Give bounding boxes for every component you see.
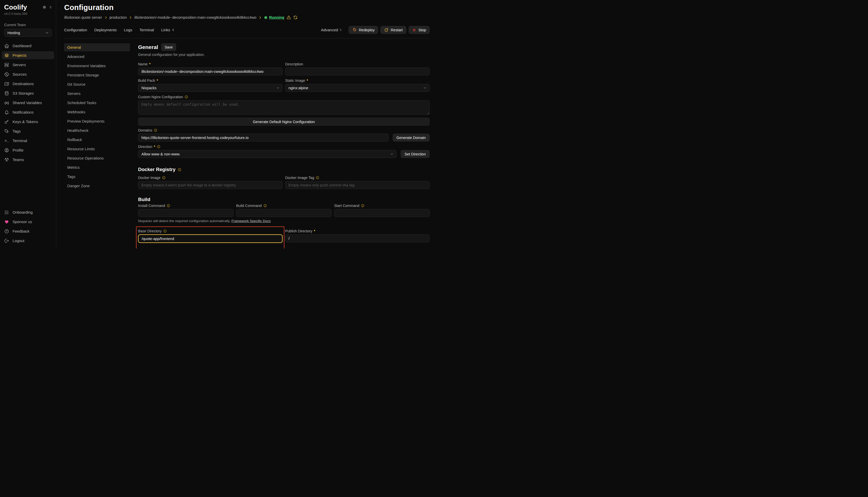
sidebar-item-label: Teams xyxy=(13,157,24,162)
domains-input[interactable] xyxy=(138,133,389,142)
status-badge[interactable]: Running xyxy=(269,15,284,19)
sidebar-item-feedback[interactable]: Feedback xyxy=(2,227,54,235)
subnav-persistent-storage[interactable]: Persistent Storage xyxy=(64,71,130,79)
static-image-label: Static Image* xyxy=(285,79,430,83)
custom-nginx-textarea[interactable] xyxy=(138,100,430,115)
info-icon[interactable] xyxy=(167,204,170,208)
subnav-webhooks[interactable]: Webhooks xyxy=(64,108,130,116)
breadcrumb-resource[interactable]: illicitestonion/-module--decomposition:m… xyxy=(134,15,257,19)
nixpacks-note: Nixpacks will detect the required config… xyxy=(138,219,430,223)
sidebar-item-shared-variables[interactable]: (x) Shared Variables xyxy=(2,99,54,107)
git-source-icon xyxy=(4,72,9,77)
subnav-advanced[interactable]: Advanced xyxy=(64,53,130,60)
sidebar-item-tags[interactable]: Tags xyxy=(2,127,54,135)
users-group-icon xyxy=(4,157,9,162)
tab-logs[interactable]: Logs xyxy=(124,28,133,32)
docker-image-tag-input[interactable] xyxy=(285,181,430,189)
tab-bar: Configuration Deployments Logs Terminal … xyxy=(56,20,434,34)
info-icon[interactable] xyxy=(184,95,188,99)
sidebar-item-projects[interactable]: Projects xyxy=(2,51,54,59)
direction-select[interactable]: Allow www & non-www. xyxy=(138,150,397,158)
framework-docs-link[interactable]: Framework Specific Docs xyxy=(232,219,271,223)
tab-deployments[interactable]: Deployments xyxy=(94,28,117,32)
sidebar-item-servers[interactable]: Servers xyxy=(2,61,54,69)
sidebar-item-sponsor[interactable]: Sponsor us xyxy=(2,218,54,226)
database-icon xyxy=(4,91,9,96)
sidebar-item-profile[interactable]: Profile xyxy=(2,146,54,154)
subnav-metrics[interactable]: Metrics xyxy=(64,164,130,171)
chevron-down-icon xyxy=(276,86,280,90)
general-form: General Save General configuration for y… xyxy=(138,43,430,248)
docker-image-input[interactable] xyxy=(138,181,283,189)
breadcrumb-project[interactable]: illicitonion quote server xyxy=(64,15,102,19)
theme-selector-icon[interactable] xyxy=(49,5,52,9)
build-command-label: Build Command xyxy=(236,204,332,208)
heart-icon xyxy=(4,219,9,224)
sidebar-item-dashboard[interactable]: Dashboard xyxy=(2,42,54,50)
sidebar-item-logout[interactable]: Logout xyxy=(2,237,54,245)
sidebar-item-teams[interactable]: Teams xyxy=(2,156,54,164)
base-directory-input[interactable] xyxy=(138,235,283,243)
redeploy-button[interactable]: Redeploy xyxy=(348,26,378,34)
subnav-preview-deployments[interactable]: Preview Deployments xyxy=(64,117,130,125)
subnav-resource-limits[interactable]: Resource Limits xyxy=(64,145,130,153)
restart-button[interactable]: Restart xyxy=(380,26,406,34)
main-area: Configuration illicitonion quote server … xyxy=(56,0,434,248)
sidebar-item-keys-tokens[interactable]: Keys & Tokens xyxy=(2,118,54,126)
info-icon[interactable] xyxy=(361,204,364,208)
info-icon[interactable] xyxy=(163,229,167,233)
subnav-tags[interactable]: Tags xyxy=(64,173,130,181)
info-icon[interactable] xyxy=(162,176,166,180)
info-icon[interactable] xyxy=(263,204,267,208)
start-command-input[interactable] xyxy=(334,209,430,217)
description-input[interactable] xyxy=(285,68,430,75)
set-direction-button[interactable]: Set Direction xyxy=(401,150,430,158)
sidebar-item-destinations[interactable]: Destinations xyxy=(2,80,54,88)
subnav-healthcheck[interactable]: Healthcheck xyxy=(64,126,130,134)
save-button[interactable]: Save xyxy=(161,43,176,51)
subnav-environment-variables[interactable]: Environment Variables xyxy=(64,62,130,70)
subnav-git-source[interactable]: Git Source xyxy=(64,80,130,88)
info-icon[interactable] xyxy=(178,168,181,172)
publish-directory-input[interactable] xyxy=(285,235,430,242)
tab-terminal[interactable]: Terminal xyxy=(139,28,154,32)
info-icon[interactable] xyxy=(316,176,319,180)
build-command-input[interactable] xyxy=(236,209,332,217)
terminal-icon: >_ xyxy=(4,138,9,143)
theme-sun-icon[interactable] xyxy=(42,5,47,10)
tab-configuration[interactable]: Configuration xyxy=(64,28,87,32)
team-select-value: Hosting xyxy=(8,31,20,35)
chevron-down-icon xyxy=(423,86,427,90)
tab-links[interactable]: Links xyxy=(161,28,175,32)
subnav-danger-zone[interactable]: Danger Zone xyxy=(64,182,130,190)
install-command-label: Install Command xyxy=(138,204,234,208)
stop-button[interactable]: Stop xyxy=(409,26,430,34)
build-pack-select[interactable]: Nixpacks xyxy=(138,84,283,92)
subnav-rollback[interactable]: Rollback xyxy=(64,136,130,144)
subnav-general[interactable]: General xyxy=(64,43,130,51)
team-select[interactable]: Hosting xyxy=(4,29,52,37)
sidebar-item-onboarding[interactable]: Onboarding xyxy=(2,208,54,216)
build-pack-label: Build Pack* xyxy=(138,79,283,83)
subnav-resource-operations[interactable]: Resource Operations xyxy=(64,154,130,162)
name-input[interactable] xyxy=(138,68,283,75)
subnav-servers[interactable]: Servers xyxy=(64,89,130,97)
breadcrumb-environment[interactable]: production xyxy=(110,15,127,19)
generate-nginx-button[interactable]: Generate Default Nginx Configuration xyxy=(138,118,430,126)
sidebar-item-notifications[interactable]: Notifications xyxy=(2,108,54,116)
sidebar-item-terminal[interactable]: >_ Terminal xyxy=(2,137,54,145)
generate-domain-button[interactable]: Generate Domain xyxy=(393,133,430,142)
install-command-input[interactable] xyxy=(138,209,234,217)
refresh-icon[interactable] xyxy=(293,15,298,20)
subnav-scheduled-tasks[interactable]: Scheduled Tasks xyxy=(64,99,130,107)
sidebar-item-label: Sponsor us xyxy=(13,219,32,224)
description-label: Description xyxy=(285,62,430,66)
sidebar-item-label: Dashboard xyxy=(13,44,31,48)
sidebar-item-sources[interactable]: Sources xyxy=(2,70,54,78)
sidebar-item-s3-storages[interactable]: S3 Storages xyxy=(2,89,54,97)
advanced-dropdown[interactable]: Advanced xyxy=(321,28,342,32)
sidebar-item-label: Servers xyxy=(13,62,26,67)
info-icon[interactable] xyxy=(154,128,157,132)
info-icon[interactable] xyxy=(157,145,161,148)
static-image-select[interactable]: nginx:alpine xyxy=(285,84,430,92)
